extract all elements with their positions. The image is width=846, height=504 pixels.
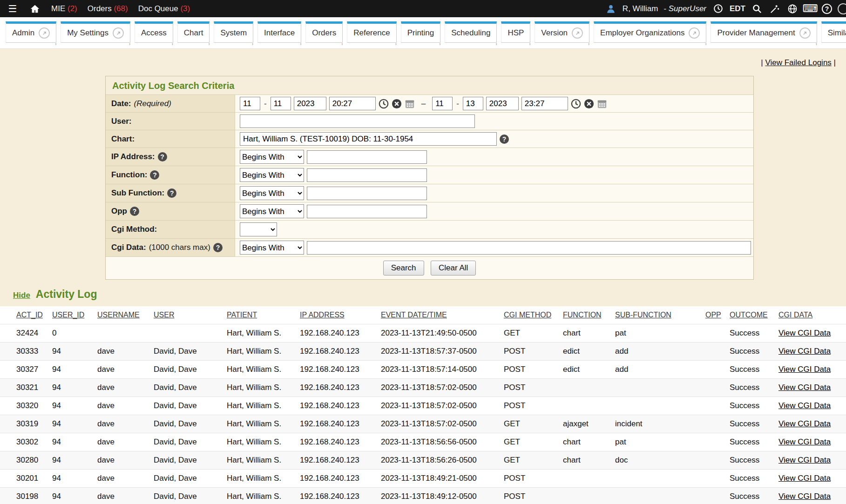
date-from-year-input[interactable]: [294, 97, 326, 110]
popout-icon[interactable]: [572, 27, 583, 39]
clear-date-icon[interactable]: [392, 99, 402, 109]
date-from-month-input[interactable]: [240, 97, 260, 110]
view-cgi-data-link[interactable]: View CGI Data: [778, 474, 831, 483]
chart-input[interactable]: [240, 132, 497, 146]
tab-scheduling[interactable]: Scheduling: [445, 21, 497, 43]
sub-function-help-icon[interactable]: [167, 188, 176, 198]
search-button[interactable]: Search: [383, 261, 424, 276]
cell-event-datetime: 2023-11-13T18:56:26-0500: [381, 451, 504, 470]
time-picker-icon[interactable]: [379, 99, 389, 109]
cgi-data-input[interactable]: [307, 241, 751, 255]
calendar-icon[interactable]: [597, 99, 607, 109]
ip-address-input[interactable]: [307, 150, 427, 164]
cgi-data-help-icon[interactable]: [213, 243, 223, 252]
cgi-data-note: (1000 chars max): [149, 243, 210, 252]
hamburger-menu-icon[interactable]: [7, 3, 19, 15]
opp-input[interactable]: [307, 205, 427, 218]
user-input[interactable]: [240, 114, 475, 128]
tab-orders[interactable]: Orders: [305, 21, 343, 43]
col-sub-function[interactable]: SUB-FUNCTION: [615, 306, 705, 324]
home-icon[interactable]: [29, 3, 41, 15]
tab-system[interactable]: System: [214, 21, 253, 43]
col-cgi-data[interactable]: CGI DATA: [778, 306, 846, 324]
function-match-select[interactable]: Begins With: [240, 168, 304, 182]
keyboard-icon[interactable]: [804, 3, 816, 15]
col-opp[interactable]: OPP: [705, 306, 730, 324]
popout-icon[interactable]: [113, 27, 124, 39]
tab-provider-management[interactable]: Provider Management: [711, 21, 817, 43]
popout-icon[interactable]: [39, 27, 50, 39]
cell-event-datetime: 2023-11-13T21:49:50-0500: [381, 324, 504, 343]
globe-icon[interactable]: [786, 3, 799, 15]
clear-date-icon[interactable]: [584, 99, 594, 109]
popout-icon[interactable]: [689, 27, 700, 39]
tab-similar-exposu[interactable]: Similar Exposu: [821, 21, 846, 43]
date-to-time-input[interactable]: [521, 97, 568, 110]
col-user[interactable]: USER: [154, 306, 227, 324]
clear-all-button[interactable]: Clear All: [431, 261, 476, 276]
help-icon[interactable]: [822, 4, 832, 14]
nav-mie[interactable]: MIE (2): [51, 4, 77, 13]
sub-function-match-select[interactable]: Begins With: [240, 186, 304, 200]
date-to-year-input[interactable]: [486, 97, 519, 110]
doc-queue-count-badge: (3): [180, 4, 190, 13]
tab-access[interactable]: Access: [135, 21, 173, 43]
time-picker-icon[interactable]: [571, 99, 581, 109]
ip-match-select[interactable]: Begins With: [240, 150, 304, 164]
cell-user-id: 94: [52, 397, 97, 415]
tab-chart[interactable]: Chart: [177, 21, 210, 43]
function-help-icon[interactable]: [150, 170, 159, 180]
tab-hsp[interactable]: HSP: [501, 21, 530, 43]
view-cgi-data-link[interactable]: View CGI Data: [778, 347, 831, 356]
search-icon[interactable]: [751, 3, 763, 15]
col-user-id[interactable]: USER_ID: [52, 306, 97, 324]
chart-help-icon[interactable]: [500, 134, 509, 144]
cell-opp: [705, 488, 730, 504]
hide-link[interactable]: Hide: [13, 291, 30, 300]
view-cgi-data-link[interactable]: View CGI Data: [778, 329, 831, 337]
view-cgi-data-link[interactable]: View CGI Data: [778, 437, 831, 446]
view-failed-logins-link[interactable]: View Failed Logins: [765, 58, 831, 67]
clipped-circle-icon[interactable]: [838, 3, 846, 14]
col-patient[interactable]: PATIENT: [227, 306, 300, 324]
col-function[interactable]: FUNCTION: [563, 306, 615, 324]
nav-doc-queue[interactable]: Doc Queue (3): [138, 4, 190, 13]
function-input[interactable]: [307, 168, 427, 182]
tab-admin[interactable]: Admin: [6, 21, 56, 43]
view-cgi-data-link[interactable]: View CGI Data: [778, 419, 831, 428]
view-cgi-data-link[interactable]: View CGI Data: [778, 456, 831, 464]
tab-interface[interactable]: Interface: [257, 21, 301, 43]
view-cgi-data-link[interactable]: View CGI Data: [778, 401, 831, 410]
view-cgi-data-link[interactable]: View CGI Data: [778, 365, 831, 374]
tab-version[interactable]: Version: [535, 21, 589, 43]
date-from-time-input[interactable]: [329, 97, 376, 110]
tab-reference[interactable]: Reference: [347, 21, 396, 43]
sub-function-input[interactable]: [307, 187, 427, 200]
user-name[interactable]: R, William: [623, 4, 658, 13]
col-username[interactable]: USERNAME: [97, 306, 154, 324]
popout-icon[interactable]: [799, 27, 811, 39]
clock-icon[interactable]: [712, 3, 724, 15]
cgi-data-match-select[interactable]: Begins With: [240, 241, 304, 255]
calendar-icon[interactable]: [405, 99, 415, 109]
col-cgi-method[interactable]: CGI METHOD: [504, 306, 563, 324]
ip-help-icon[interactable]: [158, 152, 167, 161]
opp-match-select[interactable]: Begins With: [240, 204, 304, 218]
col-outcome[interactable]: OUTCOME: [730, 306, 778, 324]
cgi-method-select[interactable]: [240, 222, 277, 236]
tab-employer-organizations[interactable]: Employer Organizations: [594, 21, 706, 43]
wand-icon[interactable]: [769, 3, 781, 15]
date-from-day-input[interactable]: [271, 97, 291, 110]
date-to-day-input[interactable]: [463, 97, 483, 110]
view-cgi-data-link[interactable]: View CGI Data: [778, 492, 831, 501]
col-ip-address[interactable]: IP ADDRESS: [300, 306, 381, 324]
tab-printing[interactable]: Printing: [401, 21, 441, 43]
date-to-month-input[interactable]: [432, 97, 453, 110]
col-act-id[interactable]: ACT_ID: [0, 306, 52, 324]
col-event-datetime[interactable]: EVENT DATE/TIME: [381, 306, 504, 324]
view-cgi-data-link[interactable]: View CGI Data: [778, 383, 831, 392]
opp-help-icon[interactable]: [130, 207, 139, 216]
user-icon[interactable]: [605, 3, 617, 15]
nav-orders[interactable]: Orders (68): [88, 4, 128, 13]
tab-my-settings[interactable]: My Settings: [61, 21, 130, 43]
